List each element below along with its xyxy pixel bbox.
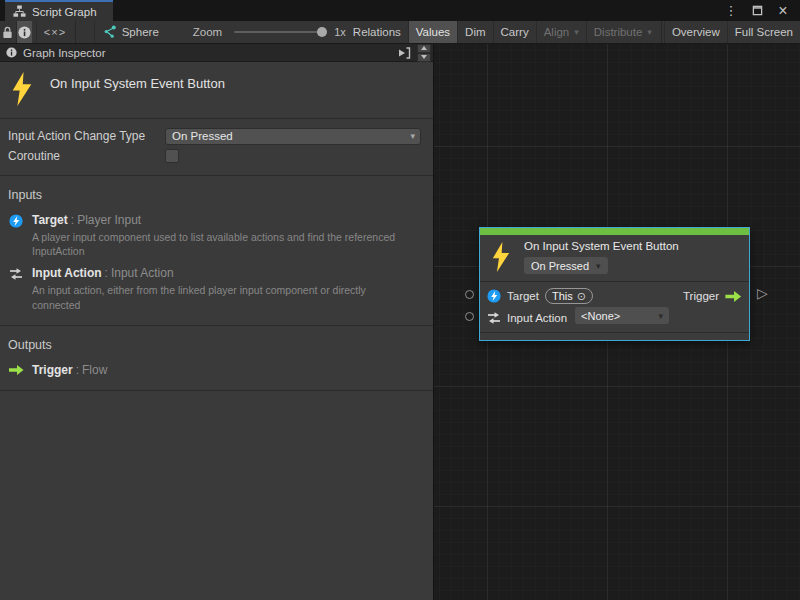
info-icon bbox=[18, 26, 31, 39]
target-object-field[interactable]: This ⊙ bbox=[545, 288, 593, 304]
node-row-input-action: Input Action <None> ▾ bbox=[487, 307, 742, 329]
input-action-icon bbox=[487, 311, 501, 325]
info-icon bbox=[6, 47, 17, 58]
zoom-value: 1x bbox=[334, 26, 346, 38]
chevron-down-icon: ▾ bbox=[596, 261, 601, 271]
chevron-down-icon: ▾ bbox=[659, 311, 664, 321]
maximize-icon[interactable] bbox=[750, 3, 764, 19]
node-event-colorbar bbox=[480, 228, 749, 235]
dock-panel-button[interactable] bbox=[394, 47, 414, 59]
coroutine-label: Coroutine bbox=[8, 149, 165, 163]
target-port-label: Target bbox=[507, 290, 539, 302]
port-doc-target: Target:Player Input A player input compo… bbox=[0, 209, 433, 262]
inspector-toggle-button[interactable] bbox=[16, 21, 32, 43]
inspector-title: Graph Inspector bbox=[23, 47, 105, 59]
outputs-heading: Outputs bbox=[0, 331, 433, 359]
graph-reference-label: Sphere bbox=[122, 26, 159, 38]
zoom-slider-knob[interactable] bbox=[317, 27, 327, 37]
graph-inspector-panel: Graph Inspector bbox=[0, 44, 434, 600]
outputs-section: Outputs Trigger:Flow bbox=[0, 326, 433, 390]
variables-icon: <×> bbox=[44, 26, 66, 38]
flow-arrow-icon bbox=[8, 364, 24, 377]
zoom-label: Zoom bbox=[193, 26, 222, 38]
selected-node-summary: On Input System Event Button bbox=[0, 62, 433, 118]
tab-script-graph[interactable]: Script Graph bbox=[5, 0, 113, 21]
zoom-control: Zoom 1x bbox=[193, 21, 346, 43]
tab-bar: Script Graph ⋮ × bbox=[0, 0, 800, 21]
node-footer bbox=[480, 333, 749, 340]
player-input-icon bbox=[487, 289, 501, 303]
port-doc-trigger: Trigger:Flow bbox=[0, 359, 433, 381]
player-input-icon bbox=[8, 214, 24, 258]
inputs-section: Inputs Target:Player Input A player inpu… bbox=[0, 176, 433, 325]
toolbar-separator bbox=[661, 21, 662, 43]
chevron-down-icon: ▾ bbox=[574, 27, 579, 37]
trigger-port-label: Trigger bbox=[683, 290, 719, 302]
fullscreen-button[interactable]: Full Screen bbox=[727, 21, 800, 43]
trigger-flow-arrow-icon bbox=[725, 290, 742, 303]
script-graph-window: Script Graph ⋮ × bbox=[0, 0, 800, 600]
coroutine-checkbox[interactable] bbox=[165, 149, 179, 163]
port-description: A player input component used to list av… bbox=[32, 230, 406, 258]
toolbar-right-group: Relations Values Dim Carry Align▾ Distri… bbox=[346, 21, 800, 43]
close-icon[interactable]: × bbox=[776, 3, 790, 19]
change-type-label: Input Action Change Type bbox=[8, 129, 165, 143]
script-graph-icon bbox=[13, 5, 26, 18]
zoom-slider[interactable] bbox=[234, 31, 326, 33]
overview-button[interactable]: Overview bbox=[664, 21, 727, 43]
graph-node-icon bbox=[103, 25, 117, 39]
port-doc-input-action: Input Action:Input Action An input actio… bbox=[0, 262, 433, 315]
input-action-icon bbox=[8, 267, 24, 311]
change-type-dropdown[interactable]: On Pressed ▾ bbox=[165, 128, 421, 145]
lock-button[interactable] bbox=[0, 21, 16, 43]
node-row-target: Target This ⊙ Trigger bbox=[487, 285, 742, 307]
node-on-input-system-event-button[interactable]: On Input System Event Button On Pressed … bbox=[479, 227, 750, 341]
scroll-up-button[interactable] bbox=[417, 44, 431, 53]
node-body: Target This ⊙ Trigger bbox=[480, 282, 749, 333]
inspector-header: Graph Inspector bbox=[0, 44, 433, 62]
node-mode-dropdown[interactable]: On Pressed ▾ bbox=[524, 257, 608, 274]
toolbar: <×> Sphere Zoom 1x bbox=[0, 21, 800, 44]
tab-label: Script Graph bbox=[32, 6, 97, 18]
variables-button[interactable]: <×> bbox=[36, 21, 73, 43]
object-picker-icon: ⊙ bbox=[577, 291, 586, 302]
input-action-input-port[interactable] bbox=[465, 312, 474, 321]
values-button[interactable]: Values bbox=[408, 21, 457, 43]
dock-icon bbox=[397, 47, 411, 59]
node-title: On Input System Event Button bbox=[524, 240, 679, 252]
change-type-value: On Pressed bbox=[172, 130, 233, 142]
graph-reference-button[interactable]: Sphere bbox=[94, 21, 167, 43]
carry-button[interactable]: Carry bbox=[493, 21, 536, 43]
lock-icon bbox=[2, 26, 13, 39]
triangle-down-icon bbox=[421, 55, 427, 59]
input-action-port-label: Input Action bbox=[507, 312, 567, 324]
chevron-down-icon: ▾ bbox=[647, 27, 652, 37]
input-action-dropdown[interactable]: <None> ▾ bbox=[575, 307, 669, 324]
scroll-down-button[interactable] bbox=[417, 53, 431, 62]
trigger-output-port[interactable]: ▷ bbox=[757, 286, 768, 300]
chevron-down-icon: ▾ bbox=[410, 131, 415, 141]
toolbar-separator bbox=[75, 21, 76, 43]
node-header: On Input System Event Button On Pressed … bbox=[480, 235, 749, 282]
window-menu-icon[interactable]: ⋮ bbox=[724, 3, 738, 19]
distribute-button[interactable]: Distribute▾ bbox=[586, 21, 659, 43]
align-button[interactable]: Align▾ bbox=[536, 21, 586, 43]
inspector-scroll-spinner bbox=[417, 44, 431, 62]
port-description: An input action, either from the linked … bbox=[32, 283, 406, 311]
triangle-up-icon bbox=[421, 46, 427, 50]
target-input-port[interactable] bbox=[465, 290, 474, 299]
inputs-heading: Inputs bbox=[0, 181, 433, 209]
relations-button[interactable]: Relations bbox=[346, 21, 408, 43]
lightning-bolt-icon bbox=[10, 72, 34, 106]
window-controls: ⋮ × bbox=[724, 0, 800, 21]
graph-canvas[interactable]: On Input System Event Button On Pressed … bbox=[434, 44, 800, 600]
selected-node-title: On Input System Event Button bbox=[50, 76, 225, 91]
inspector-empty-area bbox=[0, 391, 433, 600]
inspector-fields: Input Action Change Type On Pressed ▾ Co… bbox=[0, 119, 433, 175]
dim-button[interactable]: Dim bbox=[457, 21, 492, 43]
lightning-bolt-icon bbox=[491, 242, 511, 272]
